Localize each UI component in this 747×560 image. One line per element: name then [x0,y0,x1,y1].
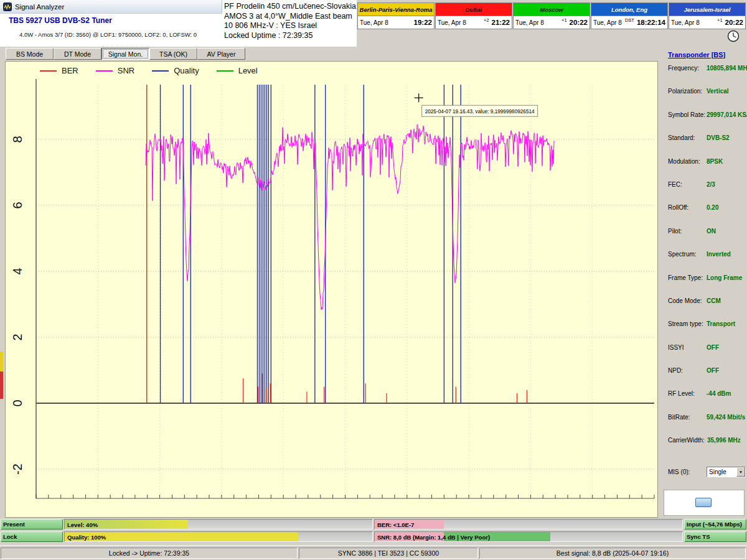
clock-city-label: Berlin-Paris-Vienna-Roma [358,3,434,16]
y-axis-label: 6 [11,202,24,208]
indicator-row-1: PresentLevel: 40%BER: <1.0E-7Input (~54,… [1,519,746,530]
site-info-line: PF Prodelin 450 cm/Lučenec-Slovakia [224,2,356,12]
tab-av-player[interactable]: AV Player [197,48,245,60]
y-axis-label: -2 [11,464,24,475]
led-present: Present [1,519,63,530]
transponder-value: 59,424 Mbit/s [707,414,745,421]
app-icon [3,2,12,11]
clock-date: Tue, Apr 8 [360,19,388,26]
analog-clock-icon [727,30,740,42]
clock-utc-offset: +1 [561,17,567,23]
transponder-row-rolloff: RollOff:0.20 [668,204,746,227]
mis-selected-value: Single [707,469,736,475]
world-clocks: Berlin-Paris-Vienna-RomaTue, Apr 819:22D… [357,0,747,47]
transponder-label: Code Mode: [668,297,707,304]
led-lock: Lock [1,531,63,542]
legend-item-ber: BER [40,66,78,75]
clock-time: 19:22 [414,19,432,26]
site-info: PF Prodelin 450 cm/Lučenec-SlovakiaAMOS … [224,2,356,40]
transponder-value: Transport [707,320,735,327]
transponder-value: Long Frame [707,274,742,281]
transponder-value: CCM [707,297,721,304]
transponder-row-bitrate: BitRate:59,424 Mbit/s [668,414,746,437]
transponder-row-npd: NPD:OFF [668,367,746,390]
transponder-row-mis-0: MIS (0):Single▼ [668,465,746,479]
legend-swatch-ber [40,70,57,72]
progress-snr: SNR: 8,0 dB (Margin: 1,4 dB | Very Poor) [374,531,683,542]
transponder-label: Polarization: [668,88,707,95]
clock-utc-offset: +2 [484,17,489,23]
clock-dubai: DubaiTue, Apr 8+221:22 [435,2,512,29]
progress-label: BER: <1.0E-7 [377,521,414,528]
status-sync-counts: SYNC 3886 | TEI 3523 | CC 59300 [299,548,478,559]
transponder-row-polarization: Polarization:Vertical [668,88,746,111]
chart-tooltip-text: 2025-04-07 19.16.43, value: 9,1999998092… [425,108,535,114]
transponder-row-carrierwidth: CarrierWidth:35,996 MHz [668,437,746,460]
dock-strip-red [0,371,3,399]
y-axis-label: 2 [11,334,24,340]
legend-item-level: Level [217,66,258,75]
progress-label: SNR: 8,0 dB (Margin: 1,4 dB | Very Poor) [377,533,490,540]
legend-item-snr: SNR [96,66,134,75]
progress-label: Quality: 100% [67,533,106,540]
transponder-row-standard: Standard:DVB-S2 [668,134,746,157]
tuner-details: 4.0W - Amos 3/7 (ID: 3560) @ LOF1: 97500… [19,31,197,38]
tuner-name: TBS 5927 USB DVB-S2 Tuner [9,16,112,25]
chevron-down-icon[interactable]: ▼ [736,467,745,477]
transponder-panel: Transponder [BS] Frequency:10805,894 MHz… [660,47,747,518]
transponder-value: -44 dBm [707,390,731,397]
site-info-line: 10 806 MHz-V : YES Israel [224,21,356,31]
tab-tsa-ok[interactable]: TSA (OK) [149,48,197,60]
transponder-row-spectrum: Spectrum:Inverted [668,251,746,274]
transponder-label: Symbol Rate: [668,111,707,118]
transponder-label: RollOff: [668,204,707,211]
transponder-label: RF Level: [668,390,707,397]
legend-swatch-level [217,70,233,72]
transponder-value: 2/3 [707,181,715,188]
panel-action-button[interactable] [695,498,712,507]
transponder-row-symbol-rate: Symbol Rate:29997,014 KS/s [668,111,746,134]
clock-time-row: Tue, Apr 8+120:22 [669,16,745,29]
transponder-row-fec: FEC:2/3 [668,181,746,204]
transponder-value: 8PSK [707,158,723,165]
tab-bs-mode[interactable]: BS Mode [6,48,54,60]
clock-time-row: Tue, Apr 8+221:22 [436,16,512,29]
progress-level: Level: 40% [64,519,373,530]
clock-city-label: London, Eng [591,3,667,16]
status-bar: Locked -> Uptime: 72:39:35 SYNC 3886 | T… [0,545,747,560]
transponder-value: 29997,014 KS/s [707,111,747,118]
signal-chart-panel: BERSNRQualityLevel 86420-22025-04-07 19.… [5,61,658,518]
transponder-label: Frame Type: [668,274,707,281]
status-uptime: Locked -> Uptime: 72:39:35 [1,548,298,559]
clock-time: 18:22:14 [637,19,665,26]
transponder-row-code-mode: Code Mode:CCM [668,297,746,320]
mis-dropdown[interactable]: Single▼ [707,467,746,477]
led-sync-ts: Sync TS [684,531,746,542]
transponder-value: Inverted [707,251,731,258]
clock-utc-offset: DST [625,17,634,23]
site-info-line: Locked Uptime : 72:39:35 [224,31,356,41]
tab-dt-mode[interactable]: DT Mode [54,48,101,60]
transponder-label: CarrierWidth: [668,437,707,444]
transponder-label: Pilot: [668,228,707,235]
transponder-row-frequency: Frequency:10805,894 MHz [668,65,746,88]
transponder-label: BitRate: [668,414,707,421]
progress-label: Level: 40% [67,521,98,528]
legend-swatch-quality [152,70,169,72]
y-axis-label: 8 [11,136,24,142]
transponder-label: Frequency: [668,65,707,72]
sidebar-bottom-box [664,490,745,516]
transponder-value: DVB-S2 [707,134,730,141]
transponder-value: 0.20 [707,204,718,211]
signal-chart[interactable]: 86420-22025-04-07 19.16.43, value: 9,199… [6,62,659,518]
transponder-label: Spectrum: [668,251,707,258]
legend-item-quality: Quality [152,66,199,75]
progress-quality: Quality: 100% [64,531,373,542]
y-axis-label: 4 [11,268,24,274]
clock-time-row: Tue, Apr 819:22 [358,16,434,29]
clock-moscow: MoscowTue, Apr 8+120:22 [513,2,590,29]
clock-time-row: Tue, Apr 8+120:22 [514,16,590,29]
tab-signal-mon[interactable]: Signal Mon. [101,48,149,60]
transponder-row-frame-type: Frame Type:Long Frame [668,274,746,297]
indicator-bars: PresentLevel: 40%BER: <1.0E-7Input (~54,… [1,519,746,544]
